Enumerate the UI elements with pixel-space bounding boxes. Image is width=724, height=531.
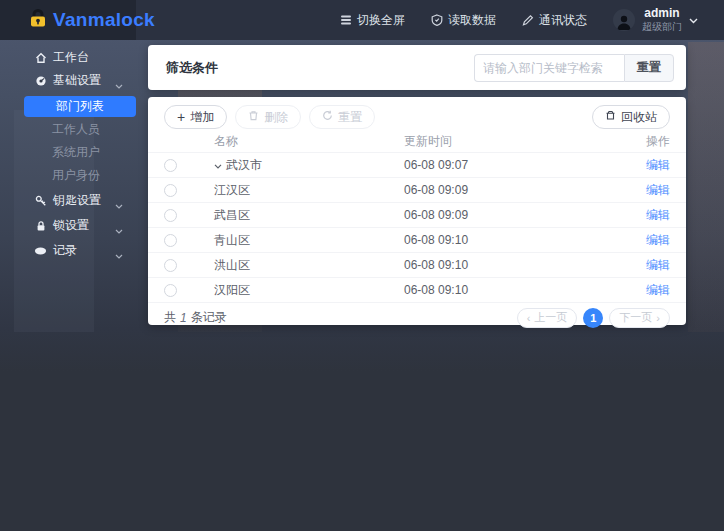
- row-select-radio[interactable]: [164, 209, 177, 222]
- sidebar-label: 工作台: [53, 49, 89, 66]
- recycle-bin-label: 回收站: [621, 109, 657, 126]
- read-data-button[interactable]: 读取数据: [431, 12, 496, 29]
- cell-updated: 06-08 09:10: [404, 233, 618, 247]
- next-arrow-icon: ›: [656, 312, 660, 324]
- lock-icon: [34, 220, 47, 232]
- table-row: 武汉市 06-08 09:07 编辑: [148, 153, 686, 178]
- department-table-card: + 增加 删除 重置: [148, 97, 686, 325]
- chevron-down-icon: [115, 78, 123, 92]
- chevron-down-icon: [115, 248, 123, 262]
- sidebar-item-basic-settings[interactable]: 基础设置: [0, 69, 136, 92]
- chevron-down-icon: [115, 198, 123, 212]
- row-select-radio[interactable]: [164, 159, 177, 172]
- add-button[interactable]: + 增加: [164, 105, 227, 129]
- filter-card: 筛选条件 重置: [148, 45, 686, 90]
- delete-button[interactable]: 删除: [235, 105, 301, 129]
- prev-page-button[interactable]: ‹ 上一页: [517, 308, 578, 328]
- app-title: Vanmalock: [53, 9, 155, 31]
- cell-name: 武汉市: [214, 157, 404, 174]
- cell-name: 青山区: [214, 232, 404, 249]
- cell-updated: 06-08 09:10: [404, 258, 618, 272]
- total-records: 共 1 条记录: [164, 309, 227, 326]
- total-count: 1: [180, 311, 187, 325]
- pagination: ‹ 上一页 1 下一页 ›: [517, 308, 670, 328]
- avatar: [613, 9, 635, 31]
- cell-name: 汉阳区: [214, 282, 404, 299]
- key-icon: [34, 195, 47, 207]
- user-info: admin 超级部门: [642, 7, 682, 32]
- cell-name: 武昌区: [214, 207, 404, 224]
- shield-icon: [431, 14, 443, 26]
- edit-link[interactable]: 编辑: [618, 282, 670, 299]
- table-row: 洪山区 06-08 09:10 编辑: [148, 253, 686, 278]
- table-row: 青山区 06-08 09:10 编辑: [148, 228, 686, 253]
- recycle-bin-icon: [605, 110, 616, 124]
- sidebar-item-workbench[interactable]: 工作台: [0, 46, 136, 69]
- eye-icon: [34, 246, 47, 256]
- sidebar-label: 钥匙设置: [53, 192, 101, 209]
- plus-icon: +: [177, 110, 185, 124]
- add-label: 增加: [190, 109, 214, 126]
- background-building: [688, 42, 724, 332]
- search-input[interactable]: [474, 54, 624, 82]
- sidebar-item-records[interactable]: 记录: [0, 239, 136, 262]
- table-header-row: 名称 更新时间 操作: [148, 131, 686, 153]
- sidebar-item-system-users[interactable]: 系统用户: [0, 141, 136, 164]
- header-updated: 更新时间: [404, 133, 618, 150]
- topbar: 切换全屏 读取数据 通讯状态: [136, 0, 724, 40]
- sidebar-label: 锁设置: [53, 217, 89, 234]
- reset-selection-button[interactable]: 重置: [309, 105, 375, 129]
- sidebar-item-key-settings[interactable]: 钥匙设置: [0, 189, 136, 212]
- fullscreen-label: 切换全屏: [357, 12, 405, 29]
- table-row: 江汉区 06-08 09:09 编辑: [148, 178, 686, 203]
- trash-icon: [248, 110, 259, 124]
- cell-updated: 06-08 09:10: [404, 283, 618, 297]
- user-role: 超级部门: [642, 21, 682, 33]
- sidebar-item-staff[interactable]: 工作人员: [0, 118, 136, 141]
- edit-link[interactable]: 编辑: [618, 257, 670, 274]
- home-icon: [34, 52, 47, 64]
- reset-button[interactable]: 重置: [624, 54, 674, 82]
- cell-updated: 06-08 09:09: [404, 183, 618, 197]
- fullscreen-icon: [340, 14, 352, 26]
- edit-link[interactable]: 编辑: [618, 232, 670, 249]
- read-data-label: 读取数据: [448, 12, 496, 29]
- comm-status-button[interactable]: 通讯状态: [522, 12, 587, 29]
- refresh-icon: [322, 110, 333, 124]
- sidebar-item-dept-list[interactable]: 部门列表: [24, 96, 136, 117]
- edit-link[interactable]: 编辑: [618, 207, 670, 224]
- app-screen: Vanmalock 切换全屏 读取数据: [0, 0, 724, 531]
- fullscreen-toggle-button[interactable]: 切换全屏: [340, 12, 405, 29]
- settings-icon: [34, 75, 47, 87]
- comm-status-label: 通讯状态: [539, 12, 587, 29]
- prev-arrow-icon: ‹: [527, 312, 531, 324]
- logo: Vanmalock: [0, 0, 136, 40]
- user-menu[interactable]: admin 超级部门: [613, 7, 698, 32]
- cell-name: 江汉区: [214, 182, 404, 199]
- sidebar-label: 基础设置: [53, 72, 101, 89]
- row-select-radio[interactable]: [164, 184, 177, 197]
- header-name: 名称: [214, 133, 404, 150]
- row-select-radio[interactable]: [164, 234, 177, 247]
- table-toolbar: + 增加 删除 重置: [148, 103, 686, 131]
- caret-down-icon: [689, 13, 698, 27]
- edit-link[interactable]: 编辑: [618, 157, 670, 174]
- recycle-bin-button[interactable]: 回收站: [592, 105, 670, 129]
- row-select-radio[interactable]: [164, 284, 177, 297]
- table-row: 武昌区 06-08 09:09 编辑: [148, 203, 686, 228]
- next-page-button[interactable]: 下一页 ›: [609, 308, 670, 328]
- edit-link[interactable]: 编辑: [618, 182, 670, 199]
- sidebar-item-lock-settings[interactable]: 锁设置: [0, 214, 136, 237]
- chevron-down-icon: [115, 223, 123, 237]
- sidebar-item-user-identity[interactable]: 用户身份: [0, 164, 136, 187]
- table-footer: 共 1 条记录 ‹ 上一页 1 下一页 ›: [148, 303, 686, 332]
- cell-updated: 06-08 09:09: [404, 208, 618, 222]
- expand-chevron-icon[interactable]: [214, 158, 222, 172]
- table-row: 汉阳区 06-08 09:10 编辑: [148, 278, 686, 303]
- user-name: admin: [642, 7, 682, 21]
- delete-label: 删除: [264, 109, 288, 126]
- row-select-radio[interactable]: [164, 259, 177, 272]
- pencil-icon: [522, 14, 534, 26]
- page-number-button[interactable]: 1: [583, 308, 603, 328]
- header-action: 操作: [618, 133, 670, 150]
